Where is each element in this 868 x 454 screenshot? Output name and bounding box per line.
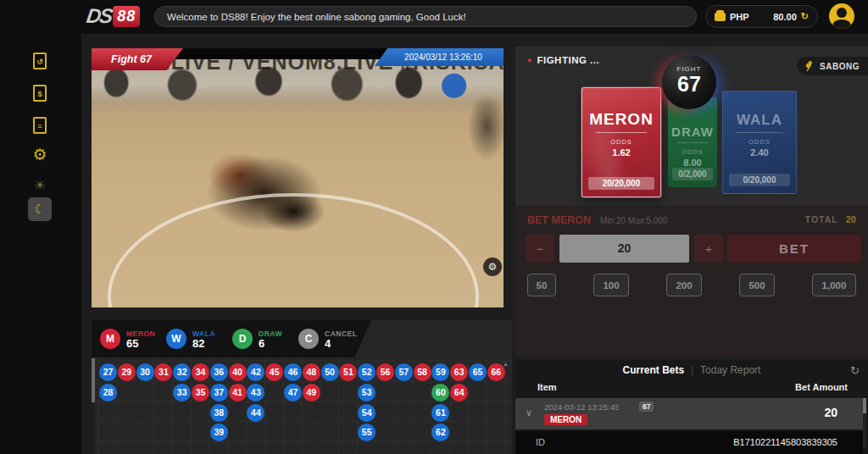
balance-refresh-icon[interactable]: ↻: [801, 11, 809, 22]
result-dot-30: 30: [136, 363, 154, 381]
result-dot-51: 51: [339, 363, 357, 381]
live-video-player[interactable]: UCUP4.LIVE / VENOM8.LIVE #RISKISAN Fight…: [92, 48, 504, 307]
results-grid-scrollbar[interactable]: [92, 358, 95, 454]
stake-stepper: − 20 + BET: [515, 235, 868, 263]
tab-today-report[interactable]: Today Report: [700, 364, 760, 376]
video-settings-button[interactable]: ⚙: [483, 257, 502, 276]
cancel-count-value: 4: [325, 339, 357, 348]
result-dot-29: 29: [118, 363, 136, 381]
quick-bet-500[interactable]: 500: [739, 274, 775, 296]
video-gear-icon: ⚙: [488, 261, 498, 273]
wallet-icon: [715, 13, 726, 21]
light-theme-icon[interactable]: ☀: [28, 173, 52, 197]
meron-pool: 20/20,000: [588, 177, 654, 190]
draw-bet-card[interactable]: DRAW ODDS 8.00 0/2,000: [668, 97, 717, 187]
stake-input[interactable]: 20: [559, 235, 689, 263]
rules-file-icon: ≡: [33, 117, 47, 134]
meron-bet-card[interactable]: MERON ODDS 1.62 20/20,000: [581, 87, 661, 197]
fight-number: 67: [662, 73, 716, 95]
announcement-banner: Welcome to DS88! Enjoy the best online s…: [154, 6, 697, 27]
logo-text-88: 88: [113, 6, 140, 27]
draw-odds-value: 8.00: [668, 158, 717, 168]
result-dot-44: 44: [247, 404, 264, 422]
result-dot-64: 64: [450, 384, 468, 401]
result-dot-63: 63: [450, 363, 468, 381]
total-label: TOTAL: [805, 214, 838, 224]
meron-title: MERON: [582, 110, 660, 129]
result-dot-52: 52: [358, 363, 376, 381]
rooster-icon: [804, 60, 815, 72]
game-type-badge: SABONG: [797, 57, 868, 75]
draw-count-icon: D: [232, 329, 253, 349]
quick-bet-200[interactable]: 200: [666, 274, 702, 296]
column-item: Item: [537, 382, 557, 392]
draw-pool: 0/2,000: [672, 168, 714, 180]
result-dot-61: 61: [431, 404, 449, 422]
result-dot-40: 40: [229, 363, 247, 381]
results-panel: M MERON 65 W WALA 82 D DRAW 6 C CANCEL 4…: [92, 320, 512, 454]
meron-odds-label: ODDS: [582, 138, 660, 146]
bet-history-icon[interactable]: ↺: [28, 49, 52, 73]
logo-text-ds: DS: [85, 4, 113, 28]
decrease-stake-button[interactable]: −: [526, 235, 554, 263]
transaction-record-icon[interactable]: $: [28, 81, 52, 105]
result-dot-27: 27: [99, 363, 117, 381]
ds88-logo[interactable]: DS 88: [86, 4, 140, 28]
bets-tabs: Current Bets | Today Report: [515, 360, 868, 380]
moon-glyph: ☾: [34, 202, 45, 217]
chevron-down-icon[interactable]: ∨: [526, 407, 532, 418]
wala-bet-card[interactable]: WALA ODDS 2.40 0/20,000: [722, 91, 797, 194]
quick-bet-1000[interactable]: 1,000: [812, 274, 856, 296]
result-dot-42: 42: [247, 363, 264, 381]
result-summary-0: M MERON 65: [100, 329, 166, 349]
result-dot-43: 43: [247, 384, 264, 401]
bet-row[interactable]: ∨ 2024-03-12 13:25:45 67 MERON 20: [515, 398, 863, 429]
wala-odds-label: ODDS: [723, 138, 796, 146]
result-dot-45: 45: [265, 363, 283, 381]
top-bar: DS 88 Welcome to DS88! Enjoy the best on…: [0, 0, 868, 34]
meron-count-value: 65: [126, 339, 155, 348]
result-dot-47: 47: [284, 384, 302, 401]
user-avatar[interactable]: [829, 3, 854, 29]
quick-bet-100[interactable]: 100: [593, 274, 629, 296]
cancel-count-icon: C: [298, 329, 319, 349]
bet-side-label: BET MERON: [527, 214, 591, 226]
grid-scroll-up-icon[interactable]: ▲: [503, 361, 509, 367]
bet-id-label: ID: [536, 437, 545, 447]
bets-scrollbar[interactable]: [863, 398, 866, 449]
settings-gear-icon[interactable]: ⚙: [28, 142, 52, 166]
wallet-balance[interactable]: PHP 80.00 ↻: [705, 5, 818, 28]
bet-history-file-icon: ↺: [33, 53, 47, 69]
dark-theme-icon[interactable]: ☾: [28, 197, 52, 221]
total-value: 20: [846, 214, 856, 224]
wala-pool: 0/20,000: [729, 174, 790, 186]
bet-button[interactable]: BET: [727, 235, 861, 263]
increase-stake-button[interactable]: +: [694, 235, 723, 263]
result-dot-32: 32: [173, 363, 191, 381]
game-rules-icon[interactable]: ≡: [28, 114, 52, 137]
result-dot-41: 41: [229, 384, 247, 401]
bets-refresh-icon[interactable]: ↻: [850, 364, 860, 377]
column-bet-amount: Bet Amount: [795, 382, 848, 392]
result-dot-50: 50: [321, 363, 339, 381]
status-dot-icon: ●: [527, 56, 531, 64]
tab-current-bets[interactable]: Current Bets: [623, 364, 685, 376]
result-summary-1: W WALA 82: [166, 329, 232, 349]
game-type-label: SABONG: [820, 62, 860, 71]
result-dot-65: 65: [469, 363, 487, 381]
meron-count-icon: M: [100, 329, 120, 349]
bet-timestamp: 2024-03-12 13:25:45: [544, 402, 619, 412]
result-dot-60: 60: [431, 384, 449, 401]
result-dot-31: 31: [154, 363, 172, 381]
quick-bet-50[interactable]: 50: [527, 274, 556, 296]
wala-count-icon: W: [166, 329, 186, 349]
bet-fight-number-badge: 67: [639, 401, 654, 412]
draw-title: DRAW: [668, 125, 717, 139]
result-summary-3: C CANCEL 4: [298, 329, 364, 349]
meron-title-rule: [596, 132, 648, 133]
draw-count-value: 6: [259, 339, 282, 348]
bet-info-bar: BET MERON Min:20 Max:5,000 TOTAL 20: [527, 214, 856, 228]
result-dot-39: 39: [210, 424, 228, 441]
result-dot-56: 56: [376, 363, 394, 381]
bet-side-badge: MERON: [544, 414, 587, 425]
